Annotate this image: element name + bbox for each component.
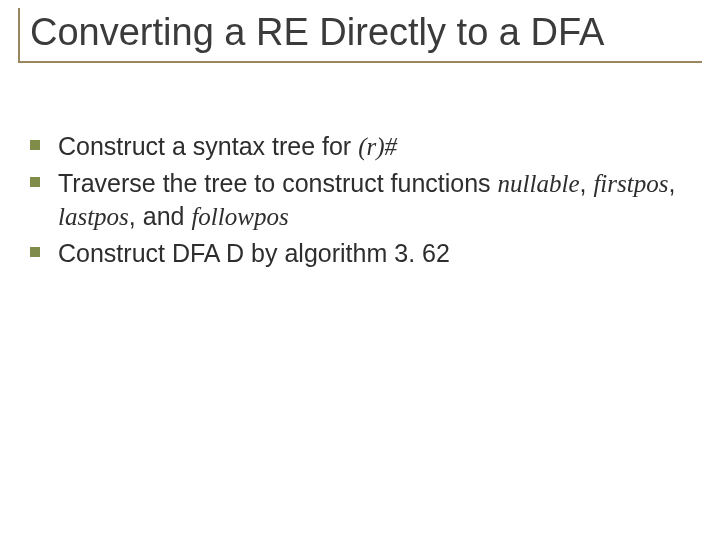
bullet-icon	[30, 247, 40, 257]
list-item: Construct DFA D by algorithm 3. 62	[30, 237, 690, 269]
list-item-text: Traverse the tree to construct functions…	[58, 167, 690, 233]
text-run: Traverse the tree to construct functions	[58, 169, 498, 197]
bullet-icon	[30, 177, 40, 187]
italic-run: followpos	[191, 203, 288, 230]
text-run: Construct a syntax tree for	[58, 132, 358, 160]
list-item-text: Construct a syntax tree for (r)#	[58, 130, 690, 163]
text-run: , and	[129, 202, 192, 230]
text-run: ,	[580, 169, 594, 197]
list-item: Construct a syntax tree for (r)#	[30, 130, 690, 163]
slide-title: Converting a RE Directly to a DFA	[30, 10, 702, 55]
text-run: Construct DFA D by algorithm 3. 62	[58, 239, 450, 267]
bullet-icon	[30, 140, 40, 150]
text-run: ,	[668, 169, 675, 197]
list-item-text: Construct DFA D by algorithm 3. 62	[58, 237, 690, 269]
title-frame: Converting a RE Directly to a DFA	[18, 8, 702, 63]
italic-run: (r)#	[358, 133, 397, 160]
italic-run: firstpos	[593, 170, 668, 197]
slide: Converting a RE Directly to a DFA Constr…	[0, 0, 720, 540]
italic-run: lastpos	[58, 203, 129, 230]
italic-run: nullable	[498, 170, 580, 197]
slide-body: Construct a syntax tree for (r)# Travers…	[30, 130, 690, 273]
list-item: Traverse the tree to construct functions…	[30, 167, 690, 233]
